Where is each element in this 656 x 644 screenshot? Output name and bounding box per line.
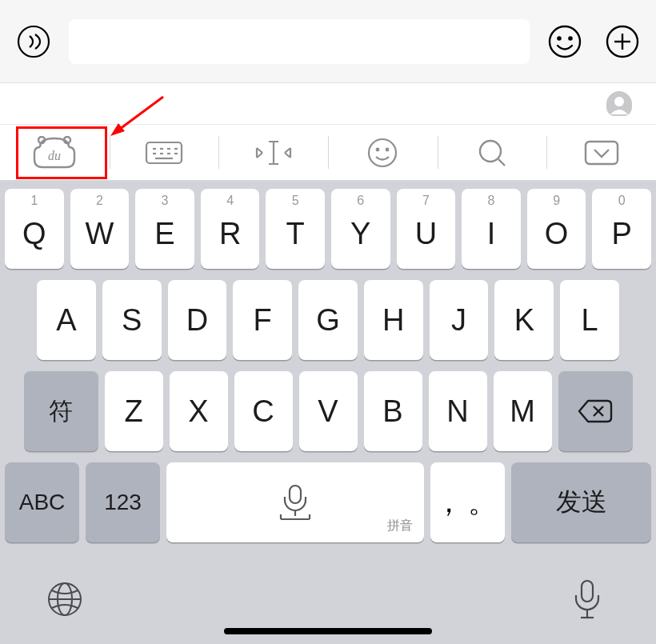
- key-a[interactable]: A: [37, 280, 96, 360]
- key-z[interactable]: Z: [105, 371, 163, 451]
- key-v[interactable]: V: [299, 371, 358, 451]
- space-mode-label: 拼音: [387, 518, 413, 534]
- punctuation-key[interactable]: ，。: [430, 462, 505, 542]
- key-l[interactable]: L: [560, 280, 619, 360]
- key-c[interactable]: C: [234, 371, 293, 451]
- voice-input-icon[interactable]: [11, 19, 56, 64]
- key-n[interactable]: N: [429, 371, 487, 451]
- key-i[interactable]: 8I: [462, 189, 521, 269]
- baidu-ime-icon[interactable]: du: [0, 125, 110, 180]
- svg-point-24: [369, 139, 396, 166]
- key-k[interactable]: K: [494, 280, 554, 360]
- message-input[interactable]: [69, 19, 530, 64]
- plus-icon[interactable]: [600, 19, 645, 64]
- svg-point-27: [480, 141, 501, 162]
- keyboard: 1Q2W3E4R5T6Y7U8I9O0P ASDFGHJKL 符 ZXCVBNM…: [0, 181, 656, 644]
- key-h[interactable]: H: [364, 280, 423, 360]
- svg-point-11: [64, 137, 70, 143]
- emoji-icon[interactable]: [542, 19, 587, 64]
- keyboard-layout-icon[interactable]: [110, 125, 219, 180]
- svg-point-3: [569, 37, 571, 39]
- svg-line-28: [498, 159, 505, 166]
- svg-point-26: [386, 148, 389, 150]
- svg-point-2: [558, 37, 560, 39]
- ime-toolbar: du: [0, 125, 656, 181]
- key-u[interactable]: 7U: [397, 189, 456, 269]
- key-g[interactable]: G: [298, 280, 358, 360]
- space-key[interactable]: 拼音: [166, 462, 424, 542]
- number-key[interactable]: 123: [86, 462, 160, 542]
- svg-point-1: [550, 26, 580, 57]
- key-s[interactable]: S: [102, 280, 162, 360]
- backspace-key[interactable]: [558, 371, 633, 451]
- key-w[interactable]: 2W: [70, 189, 130, 269]
- chat-top-bar: [0, 0, 656, 83]
- mic-icon[interactable]: [570, 578, 605, 621]
- key-e[interactable]: 3E: [135, 189, 194, 269]
- key-o[interactable]: 9O: [527, 189, 586, 269]
- key-p[interactable]: 0P: [592, 189, 651, 269]
- cursor-move-icon[interactable]: [218, 125, 328, 180]
- key-q[interactable]: 1Q: [5, 189, 64, 269]
- key-x[interactable]: X: [170, 371, 228, 451]
- key-b[interactable]: B: [364, 371, 422, 451]
- svg-rect-32: [290, 486, 301, 503]
- svg-point-25: [377, 148, 379, 150]
- svg-point-7: [614, 97, 624, 106]
- abc-key[interactable]: ABC: [5, 462, 79, 542]
- emoji-toolbar-icon[interactable]: [328, 125, 438, 180]
- key-d[interactable]: D: [168, 280, 227, 360]
- search-icon[interactable]: [438, 125, 547, 180]
- symbol-key[interactable]: 符: [24, 371, 98, 451]
- sub-bar: [0, 83, 656, 125]
- globe-icon[interactable]: [45, 579, 85, 619]
- key-j[interactable]: J: [430, 280, 489, 360]
- key-m[interactable]: M: [494, 371, 552, 451]
- avatar-icon[interactable]: [603, 88, 635, 120]
- home-indicator[interactable]: [224, 628, 432, 634]
- key-r[interactable]: 4R: [201, 189, 260, 269]
- svg-text:du: du: [48, 149, 61, 162]
- send-key[interactable]: 发送: [511, 462, 651, 542]
- collapse-keyboard-icon[interactable]: [546, 125, 656, 180]
- key-y[interactable]: 6Y: [331, 189, 390, 269]
- key-row-1: 1Q2W3E4R5T6Y7U8I9O0P: [5, 189, 651, 269]
- key-row-4: ABC 123 拼音 ，。 发送: [5, 462, 651, 542]
- svg-rect-40: [582, 581, 593, 602]
- svg-rect-29: [586, 142, 618, 164]
- key-t[interactable]: 5T: [266, 189, 325, 269]
- key-row-2: ASDFGHJKL: [5, 280, 651, 360]
- key-f[interactable]: F: [233, 280, 292, 360]
- key-row-3: 符 ZXCVBNM: [5, 371, 651, 451]
